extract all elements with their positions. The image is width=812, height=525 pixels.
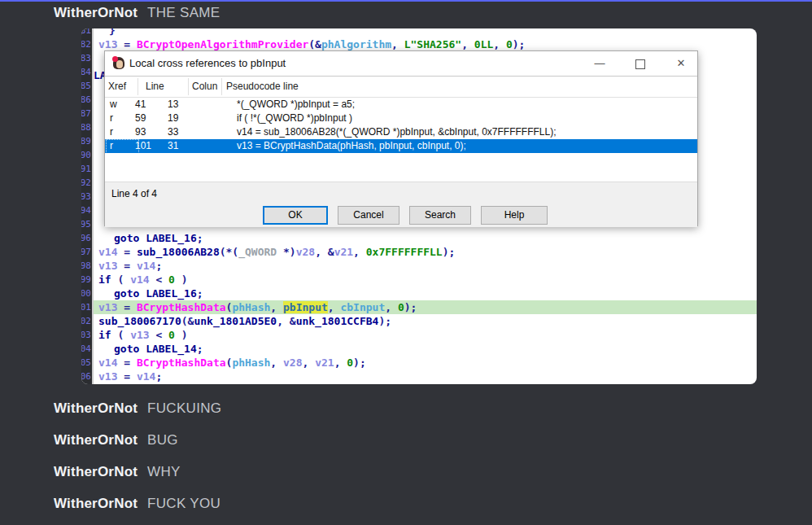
code-token: cbInput bbox=[340, 301, 385, 313]
xref-row[interactable]: r10131v13 = BCryptHashData(phHash, pbInp… bbox=[105, 139, 697, 153]
message-username[interactable]: WitherOrNot bbox=[54, 464, 138, 480]
code-token: < bbox=[150, 273, 168, 286]
message-text: FUCKUING bbox=[147, 400, 221, 417]
code-token: ( bbox=[111, 273, 130, 286]
code-token: goto LABEL_16 bbox=[114, 232, 197, 244]
code-token: phHash bbox=[232, 357, 270, 369]
code-token: 0 bbox=[168, 329, 175, 341]
code-line: goto LABEL_14; bbox=[114, 342, 203, 356]
code-token: = bbox=[117, 246, 136, 258]
message-username[interactable]: WitherOrNot bbox=[54, 496, 138, 512]
code-token: < bbox=[150, 329, 168, 341]
line-number: 105 bbox=[81, 357, 91, 368]
code-line: } bbox=[109, 28, 116, 37]
code-token: BCryptHashData bbox=[137, 357, 226, 369]
code-token: v14 bbox=[130, 273, 149, 286]
ok-button[interactable]: OK bbox=[263, 206, 328, 225]
line-number: 90 bbox=[81, 150, 91, 160]
dialog-titlebar[interactable]: Local cross references to pbInput — ✕ bbox=[105, 51, 697, 76]
xref-cell: 13 bbox=[168, 98, 178, 110]
code-token: goto LABEL_16 bbox=[114, 287, 197, 300]
message-username[interactable]: WitherOrNot bbox=[54, 432, 138, 448]
code-token: ); bbox=[378, 315, 391, 327]
code-token: phHash bbox=[232, 301, 270, 313]
code-line: sub_180067170(&unk_1801AD5E0, &unk_1801C… bbox=[98, 314, 391, 328]
line-number: 100 bbox=[81, 288, 91, 299]
code-token: , bbox=[353, 246, 366, 258]
column-divider bbox=[221, 78, 222, 95]
top-accent-bar bbox=[0, 0, 812, 2]
chat-message: WitherOrNotFUCK YOU bbox=[54, 496, 220, 512]
xref-cell: 41 bbox=[135, 98, 146, 110]
dialog-title: Local cross references to pbInput bbox=[129, 57, 286, 69]
code-token: ( bbox=[111, 329, 130, 341]
code-token: , & bbox=[277, 315, 295, 327]
column-header[interactable]: Xref bbox=[108, 81, 126, 92]
code-token: ; bbox=[197, 343, 203, 355]
code-token: ); bbox=[404, 301, 417, 313]
code-token: , bbox=[270, 301, 283, 313]
help-button[interactable]: Help bbox=[481, 206, 548, 225]
code-token: 0 bbox=[347, 357, 353, 369]
maximize-icon[interactable] bbox=[629, 51, 652, 76]
status-text: Line 4 of 4 bbox=[111, 188, 157, 199]
xref-row[interactable]: r9333v14 = sub_18006AB28(*(_QWORD *)pbIn… bbox=[105, 125, 697, 139]
highlighted-identifier: pbInput bbox=[283, 301, 328, 313]
xref-cell: w bbox=[110, 98, 117, 110]
message-username[interactable]: WitherOrNot bbox=[54, 5, 138, 21]
line-number: 89 bbox=[81, 136, 91, 147]
code-token: } bbox=[109, 28, 116, 37]
column-header[interactable]: Line bbox=[146, 81, 164, 92]
minimize-icon[interactable]: — bbox=[588, 51, 611, 76]
xref-row[interactable]: r5919if ( !*(_QWORD *)pbInput ) bbox=[105, 112, 697, 125]
code-token: , bbox=[461, 38, 474, 50]
chat-message: WitherOrNotTHE SAME bbox=[54, 5, 220, 21]
xref-table: XrefLineColunPseudocode line w4113*(_QWO… bbox=[105, 76, 697, 182]
code-line: goto LABEL_16; bbox=[114, 287, 203, 300]
code-line: goto LABEL_16; bbox=[114, 231, 203, 245]
dialog-footer: Line 4 of 4 OKCancelSearchHelp bbox=[105, 182, 697, 227]
code-token: (& bbox=[181, 315, 194, 327]
line-number: 98 bbox=[81, 260, 91, 271]
code-token: , bbox=[493, 38, 506, 50]
code-token: v21 bbox=[315, 357, 334, 369]
code-token: ) bbox=[175, 329, 188, 341]
code-token: , & bbox=[315, 246, 334, 258]
code-token: = bbox=[117, 370, 136, 383]
xref-row[interactable]: w4113*(_QWORD *)pbInput = a5; bbox=[105, 98, 697, 112]
line-number: 84 bbox=[81, 67, 91, 77]
line-number: 97 bbox=[81, 247, 91, 257]
message-username[interactable]: WitherOrNot bbox=[54, 400, 138, 417]
code-token: BCryptHashData bbox=[137, 301, 226, 313]
code-token: ); bbox=[353, 357, 366, 369]
column-divider bbox=[188, 78, 189, 95]
cancel-button[interactable]: Cancel bbox=[338, 206, 399, 225]
code-token: , bbox=[391, 38, 404, 50]
code-token: v14 bbox=[137, 370, 155, 383]
column-header[interactable]: Colun bbox=[192, 81, 217, 92]
chat-message: WitherOrNotFUCKUING bbox=[54, 400, 221, 417]
xref-cell: v13 = BCryptHashData(phHash, pbInput, cb… bbox=[237, 140, 466, 151]
line-number: 86 bbox=[81, 94, 91, 105]
focus-rect bbox=[106, 139, 139, 154]
code-token: ; bbox=[155, 260, 162, 272]
attachment-screenshot[interactable]: 8182838485868788899091929394959697989910… bbox=[81, 28, 757, 384]
xref-cell: 33 bbox=[168, 126, 178, 138]
line-number: 99 bbox=[81, 274, 91, 285]
line-number: 102 bbox=[81, 316, 91, 326]
line-number: 83 bbox=[81, 53, 91, 63]
line-number: 82 bbox=[81, 39, 91, 50]
line-number-gutter: 8182838485868788899091929394959697989910… bbox=[81, 28, 94, 384]
xref-cell: 59 bbox=[135, 112, 146, 124]
code-token: = bbox=[117, 260, 136, 272]
code-token: ; bbox=[197, 287, 203, 300]
code-token: if bbox=[98, 273, 111, 286]
code-token: v14 bbox=[137, 260, 155, 272]
chat-message: WitherOrNotWHY bbox=[54, 464, 181, 480]
search-button[interactable]: Search bbox=[409, 206, 471, 225]
discord-chat: WitherOrNotTHE SAMEWitherOrNotFUCKUINGWi… bbox=[0, 0, 812, 525]
close-icon[interactable]: ✕ bbox=[670, 51, 692, 76]
xref-table-header[interactable]: XrefLineColunPseudocode line bbox=[105, 77, 697, 98]
chat-message: WitherOrNotBUG bbox=[54, 432, 178, 448]
column-header[interactable]: Pseudocode line bbox=[226, 81, 299, 92]
